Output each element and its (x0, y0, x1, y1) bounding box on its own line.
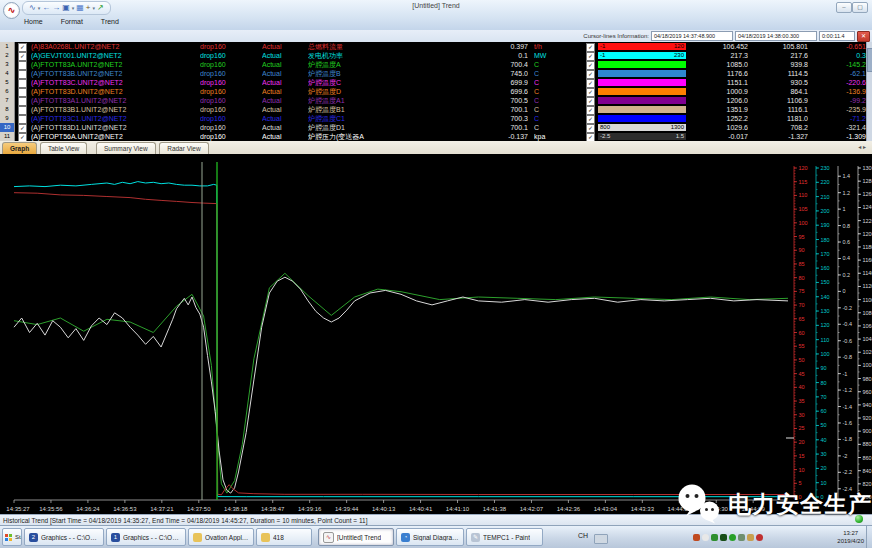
table-row[interactable]: 3(A)FTOTT83A.UNIT2@NET2drop160Actual炉膛温度… (0, 60, 866, 69)
axis-tick-label: 100 (799, 220, 808, 226)
dropdown-caret-icon[interactable]: ▾ (38, 3, 41, 13)
tray-icon[interactable] (693, 534, 700, 541)
status-green-orb-icon (855, 515, 863, 523)
dropdown-caret-icon[interactable]: ▾ (72, 3, 75, 13)
axis-tick-label: -1.6 (843, 420, 852, 426)
taskbar-button-label: TEMPC1 - Paint (483, 534, 530, 541)
table-scrollbar[interactable] (866, 42, 872, 141)
signal-name: (A)GEVJT001.UNIT2@NET2 (31, 51, 197, 60)
tray-icon[interactable] (702, 534, 709, 541)
scale-bar[interactable]: 8001300 (598, 124, 686, 131)
input-language-indicator[interactable]: CH (578, 532, 588, 539)
tab-scroll-arrows[interactable]: ◂ ▸ (858, 143, 866, 150)
taskbar-button-label: Signal Diagram Viewe... (413, 534, 459, 541)
menu-item-home[interactable]: Home (24, 16, 43, 28)
minimize-button[interactable]: – (836, 2, 852, 13)
table-row[interactable]: 11✓(A)FTOPT56A.UNIT2@NET2drop160Actual炉膛… (0, 132, 866, 141)
zoom-icon[interactable]: + (86, 3, 91, 13)
cursor2-time-field[interactable]: 04/18/2019 14:38:00.300 (735, 31, 817, 41)
axis-tick-label: 1180 (863, 244, 872, 250)
app-icon[interactable]: ∿ (3, 2, 20, 19)
taskbar-button[interactable]: ∿[Untitled] Trend (318, 528, 394, 546)
table-row[interactable]: 6(A)FTOTT83D.UNIT2@NET2drop160Actual炉膛温度… (0, 87, 866, 96)
tab-table-view[interactable]: Table View (40, 142, 87, 154)
table-row[interactable]: 1✓(A)83A0268L.UNIT2@NET2drop160Actual总燃料… (0, 42, 866, 51)
dropdown-caret-icon[interactable]: ▾ (93, 3, 96, 13)
unit-label: C (534, 69, 574, 78)
value-mode: Actual (262, 132, 304, 141)
cursor1-time-field[interactable]: 04/18/2019 14:37:48.900 (651, 31, 733, 41)
delta-value: -1.309 (810, 132, 866, 141)
taskbar-button[interactable]: ◔Signal Diagram Viewe... (396, 528, 464, 546)
signal-description: 炉膛温度C1 (308, 114, 468, 123)
table-row[interactable]: 5(A)FTOTT83C.UNIT2@NET2drop160Actual炉膛温度… (0, 78, 866, 87)
axis-tick-label: -1.4 (843, 404, 852, 410)
tab-radar-view[interactable]: Radar View (159, 142, 208, 154)
scale-bar[interactable] (598, 61, 686, 68)
trend-chart-icon[interactable]: ∿ (29, 3, 36, 13)
table-row[interactable]: 7(A)FTOTT83A1.UNIT2@NET2drop160Actual炉膛温… (0, 96, 866, 105)
axis-tick-label: 45 (799, 371, 805, 377)
taskbar-button[interactable]: Ovation Applications (188, 528, 254, 546)
drop-name: drop160 (200, 87, 260, 96)
axis-tick-label: 100 (821, 351, 830, 357)
menu-item-trend[interactable]: Trend (101, 16, 119, 28)
scale-bar[interactable] (598, 106, 686, 113)
scale-bar[interactable]: -2.51.5 (598, 133, 686, 140)
window-title: [Untitled] Trend (0, 2, 872, 9)
axis-tick-label: 210 (821, 194, 830, 200)
tray-icon[interactable] (720, 534, 727, 541)
scale-bar[interactable]: -1120 (598, 43, 686, 50)
taskbar-button[interactable]: 2Graphics - - C:\Ovati... (24, 528, 104, 546)
axis-tick-label: 1280 (863, 178, 872, 184)
jump-icon[interactable]: ↗ (97, 3, 104, 13)
taskbar-button-label: Graphics - - C:\Ovati... (41, 534, 99, 541)
tray-icon[interactable] (747, 534, 754, 541)
tab-summary-view[interactable]: Summary View (96, 142, 156, 154)
taskbar-button[interactable]: 1Graphics - - C:\Ovati... (106, 528, 186, 546)
scale-min: 800 (600, 124, 610, 131)
taskbar-button[interactable]: 418 (256, 528, 312, 546)
scale-bar[interactable] (598, 97, 686, 104)
show-desktop-button[interactable] (866, 526, 872, 548)
axis-tick-label: 1040 (863, 336, 872, 342)
maximize-button[interactable]: ▢ (852, 2, 868, 13)
cursor-delta-field[interactable]: 0:00:11.4 (819, 31, 855, 41)
axis-tick-label: 30 (799, 412, 805, 418)
axis-tick-label: 20 (799, 439, 805, 445)
axis-tick-label: 190 (821, 222, 830, 228)
keyboard-icon[interactable] (594, 534, 608, 544)
grid-icon[interactable]: ▦ (76, 3, 84, 13)
tray-icon[interactable] (729, 534, 736, 541)
menu-item-format[interactable]: Format (61, 16, 83, 28)
scale-bar[interactable] (598, 79, 686, 86)
start-button[interactable]: Start (2, 528, 22, 546)
axis-tick-label: 1020 (863, 349, 872, 355)
table-row[interactable]: 10✓(A)FTOTT83D1.UNIT2@NET2drop160Actual炉… (0, 123, 866, 132)
table-row[interactable]: 9(A)FTOTT83C1.UNIT2@NET2drop160Actual炉膛温… (0, 114, 866, 123)
taskbar-button[interactable]: ✎TEMPC1 - Paint (466, 528, 543, 546)
value-mode: Actual (262, 42, 304, 51)
table-row[interactable]: 8(A)FTOTT83B1.UNIT2@NET2drop160Actual炉膛温… (0, 105, 866, 114)
tray-icon[interactable] (756, 534, 763, 541)
folder-icon (193, 533, 202, 542)
unit-label: kpa (534, 132, 574, 141)
back-icon[interactable]: ← (42, 3, 50, 13)
unit-label: C (534, 87, 574, 96)
table-row[interactable]: 2✓(A)GEVJT001.UNIT2@NET2drop160Actual发电机… (0, 51, 866, 60)
tray-icon[interactable] (738, 534, 745, 541)
scale-bar[interactable] (598, 70, 686, 77)
cursor2-value: 1106.9 (752, 96, 808, 105)
close-cursor-info-icon[interactable]: ✕ (857, 31, 870, 42)
axis-tick-label: 120 (821, 322, 830, 328)
window-icon[interactable]: ▣ (62, 3, 70, 13)
tray-icon[interactable] (711, 534, 718, 541)
x-tick-label: 14:38:18 (224, 506, 248, 512)
scale-bar[interactable] (598, 115, 686, 122)
table-row[interactable]: 4(A)FTOTT83B.UNIT2@NET2drop160Actual炉膛温度… (0, 69, 866, 78)
scale-bar[interactable]: -1230 (598, 52, 686, 59)
taskbar-clock[interactable]: 13:27 2019/4/20 (837, 529, 864, 545)
scale-bar[interactable] (598, 88, 686, 95)
tab-graph[interactable]: Graph (2, 142, 37, 154)
forward-icon[interactable]: → (52, 3, 60, 13)
